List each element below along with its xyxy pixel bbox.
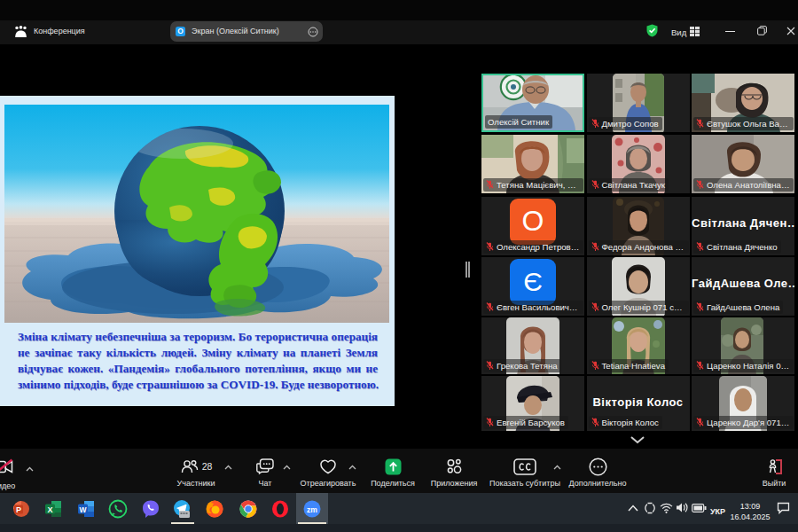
svg-text:P: P <box>16 505 21 514</box>
svg-text:X: X <box>47 505 52 514</box>
svg-text:W: W <box>79 505 87 514</box>
svg-text:zm: zm <box>307 505 317 514</box>
